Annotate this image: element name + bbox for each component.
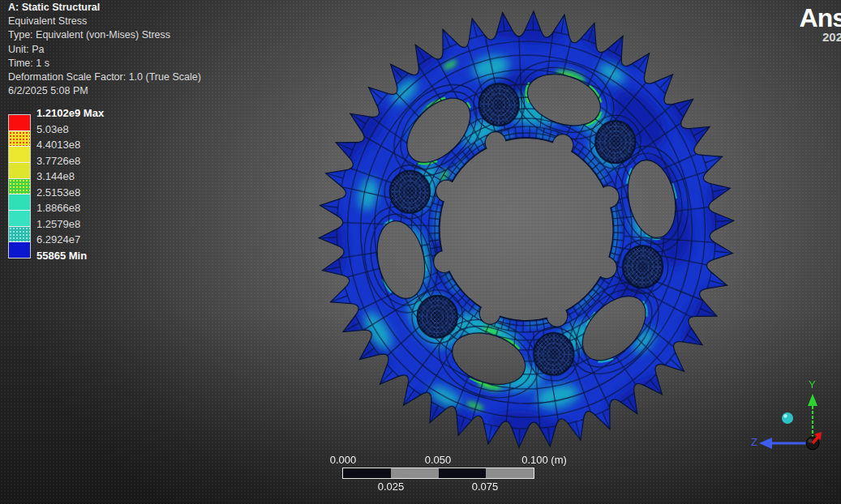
- z-axis-label: Z: [751, 436, 757, 448]
- rotation-center-sphere: [782, 412, 793, 424]
- triad-origin-highlight: [809, 439, 813, 443]
- y-axis-label: Y: [809, 378, 816, 391]
- ansys-viewport[interactable]: { "header": { "title": "A: Static Struct…: [0, 0, 841, 504]
- orientation-triad[interactable]: Y Z: [0, 0, 841, 504]
- rotation-center-highlight: [783, 414, 787, 417]
- z-axis-arrowhead: [759, 438, 772, 449]
- y-axis-arrowhead: [808, 394, 817, 406]
